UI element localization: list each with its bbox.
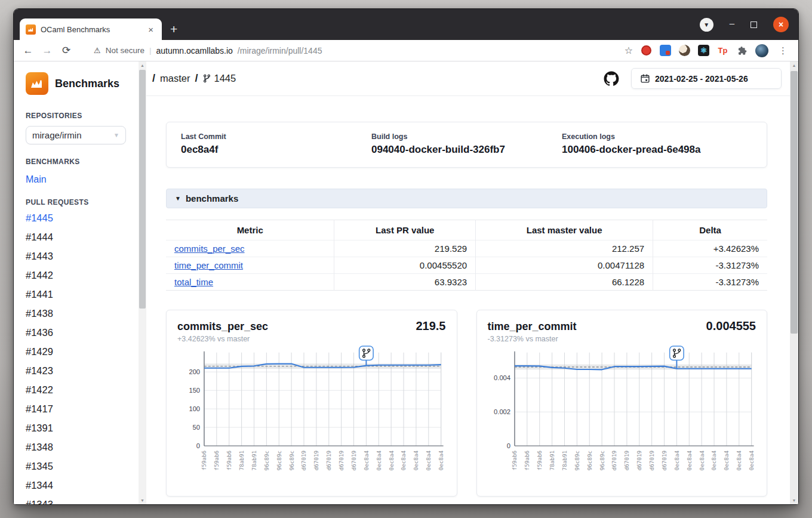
chart-row: commits_per_sec 219.5 +3.42623% vs maste…	[166, 310, 767, 497]
svg-text:f59ab6: f59ab6	[524, 451, 530, 470]
metric-link[interactable]: commits_per_sec	[174, 243, 245, 254]
minimize-button[interactable]: –	[730, 18, 734, 28]
sidebar-scrollbar-thumb[interactable]	[139, 70, 146, 309]
sidebar-scrollbar[interactable]: ▲ ▼	[139, 61, 146, 504]
chevron-down-icon: ▼	[113, 132, 119, 138]
reload-icon[interactable]: ⟳	[58, 42, 75, 59]
branch-marker-icon	[669, 346, 683, 360]
metric-link[interactable]: total_time	[174, 277, 213, 287]
svg-text:0ec8a4: 0ec8a4	[723, 450, 730, 470]
repository-select[interactable]: mirage/irmin ▼	[26, 126, 126, 144]
address-bar[interactable]: ⚠ Not secure | autumn.ocamllabs.io/mirag…	[77, 46, 622, 56]
profile-avatar[interactable]	[755, 44, 768, 57]
svg-text:0.004: 0.004	[494, 374, 510, 381]
back-icon[interactable]: ←	[20, 42, 36, 59]
privacy-lock-extension-icon[interactable]	[660, 45, 671, 56]
badger-extension-icon[interactable]	[679, 45, 690, 56]
sidebar-item-pr[interactable]: #1441	[26, 289, 132, 300]
sidebar-item-pr[interactable]: #1423	[26, 365, 132, 377]
scroll-down-icon[interactable]: ▼	[139, 498, 146, 502]
browser-menu-icon[interactable]: ⋮	[776, 45, 790, 56]
bookmark-star-icon[interactable]: ☆	[625, 45, 633, 56]
url-divider: |	[149, 46, 152, 55]
scroll-down-icon[interactable]: ▼	[790, 498, 798, 502]
benchmarks-collapse-toggle[interactable]: ▼ benchmarks	[166, 189, 767, 208]
page-scrollbar[interactable]: ▲ ▼	[790, 61, 798, 504]
sidebar-item-pr[interactable]: #1417	[26, 403, 132, 415]
maximize-button[interactable]	[751, 21, 757, 28]
app-title: Benchmarks	[55, 78, 119, 90]
sidebar-item-pr[interactable]: #1391	[26, 423, 132, 434]
tab-close-icon[interactable]: ×	[146, 24, 156, 35]
time-per-commit-chart[interactable]: 00.0020.004f59ab6f59ab6f59ab678ab9178ab9…	[488, 346, 756, 492]
page-scrollbar-thumb[interactable]	[791, 71, 798, 334]
browser-window: OCaml Benchmarks × + ▼ – × ← → ⟳ ⚠ Not s…	[13, 8, 799, 505]
browser-tab[interactable]: OCaml Benchmarks ×	[20, 18, 162, 40]
metric-link[interactable]: time_per_commit	[174, 260, 243, 270]
extensions-puzzle-icon[interactable]	[736, 45, 748, 56]
sidebar-item-pr[interactable]: #1438	[26, 308, 132, 319]
pull-request-list: #1445#1444#1443#1442#1441#1438#1436#1429…	[26, 212, 132, 504]
repositories-label: REPOSITORIES	[26, 112, 132, 120]
forward-icon[interactable]: →	[39, 42, 56, 59]
sidebar-item-main[interactable]: Main	[26, 174, 132, 185]
svg-text:0ec8a4: 0ec8a4	[438, 450, 444, 470]
svg-text:d67019: d67019	[313, 451, 319, 470]
breadcrumb-branch[interactable]: master	[160, 73, 190, 84]
svg-text:f59ab6: f59ab6	[511, 451, 518, 470]
breadcrumb-root[interactable]: /	[152, 72, 155, 85]
benchmarks-label: BENCHMARKS	[26, 158, 132, 166]
svg-text:96c89c: 96c89c	[586, 451, 592, 470]
window-chevron-button[interactable]: ▼	[700, 18, 713, 32]
github-icon[interactable]	[604, 71, 619, 87]
main-content: / master / 1445	[146, 61, 790, 504]
chart-subtitle: +3.42623% vs master	[177, 335, 446, 343]
tab-strip: OCaml Benchmarks × + ▼ – ×	[14, 9, 798, 40]
value-cell: 219.529	[334, 240, 476, 257]
summary-item: Build logs094040-docker-build-326fb7	[371, 132, 562, 156]
svg-text:0ec8a4: 0ec8a4	[673, 450, 679, 470]
svg-text:0ec8a4: 0ec8a4	[413, 450, 419, 470]
metric-cell: total_time	[166, 274, 334, 291]
table-header: Metric	[166, 220, 334, 240]
sidebar-item-pr[interactable]: #1445	[26, 212, 132, 224]
breadcrumb-pr[interactable]: 1445	[202, 73, 236, 84]
onetab-extension-icon[interactable]	[641, 45, 652, 56]
tp-extension-icon[interactable]: Tp	[717, 45, 728, 56]
svg-text:f59ab6: f59ab6	[536, 451, 543, 470]
sidebar-item-pr[interactable]: #1429	[26, 346, 132, 357]
scroll-up-icon[interactable]: ▲	[139, 63, 146, 67]
sidebar-item-pr[interactable]: #1344	[26, 480, 132, 491]
svg-text:96c89c: 96c89c	[573, 451, 580, 470]
new-tab-button[interactable]: +	[170, 22, 177, 36]
sidebar-item-pr[interactable]: #1444	[26, 232, 132, 243]
summary-label: Build logs	[371, 132, 562, 141]
sidebar-item-pr[interactable]: #1422	[26, 384, 132, 396]
sidebar-item-pr[interactable]: #1436	[26, 327, 132, 338]
table-row: total_time63.932366.1228-3.31273%	[166, 274, 767, 291]
metrics-table: MetricLast PR valueLast master valueDelt…	[166, 220, 767, 291]
svg-text:96c89c: 96c89c	[598, 451, 605, 470]
not-secure-label: Not secure	[106, 46, 144, 55]
close-window-button[interactable]: ×	[773, 17, 789, 32]
svg-text:0ec8a4: 0ec8a4	[363, 450, 370, 470]
scroll-up-icon[interactable]: ▲	[790, 63, 798, 67]
sidebar-item-pr[interactable]: #1442	[26, 270, 132, 281]
metric-cell: time_per_commit	[166, 257, 334, 274]
svg-text:d67019: d67019	[350, 451, 357, 470]
date-range-picker[interactable]: 2021-02-25 - 2021-05-26	[631, 68, 782, 89]
benchmarks-camel-logo	[26, 72, 48, 95]
svg-text:0.002: 0.002	[494, 408, 510, 415]
react-devtools-extension-icon[interactable]: ⚛	[698, 45, 709, 56]
sidebar-item-pr[interactable]: #1348	[26, 442, 132, 453]
value-cell: -3.31273%	[653, 274, 767, 291]
app-brand[interactable]: Benchmarks	[26, 72, 132, 95]
svg-text:f59ab6: f59ab6	[213, 451, 220, 470]
svg-text:d67019: d67019	[325, 451, 332, 470]
commits-per-sec-chart[interactable]: 050100150200f59ab6f59ab6f59ab678ab9178ab…	[177, 346, 446, 492]
warning-icon[interactable]: ⚠	[94, 46, 101, 55]
sidebar-item-pr[interactable]: #1343	[26, 499, 132, 504]
svg-text:0ec8a4: 0ec8a4	[710, 450, 717, 470]
sidebar-item-pr[interactable]: #1443	[26, 251, 132, 262]
sidebar-item-pr[interactable]: #1345	[26, 461, 132, 472]
